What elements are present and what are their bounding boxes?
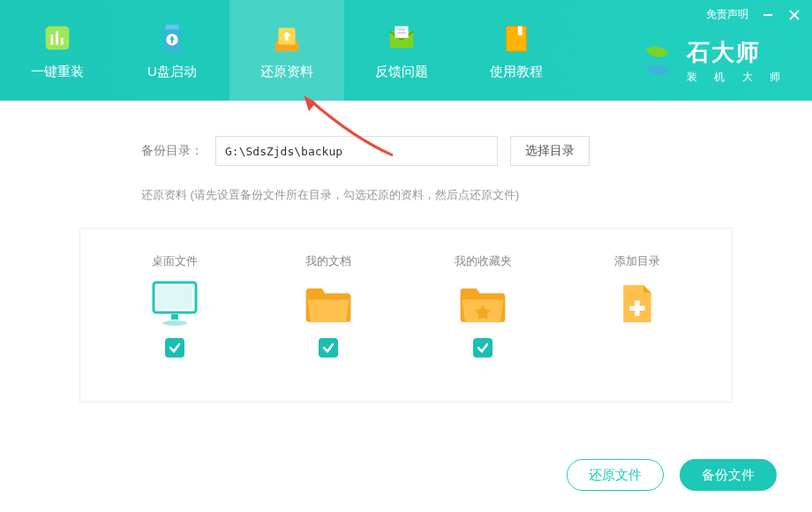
backup-button[interactable]: 备份文件	[680, 459, 777, 491]
envelope-icon	[385, 21, 418, 55]
bars-icon	[41, 21, 74, 55]
monitor-icon	[147, 282, 203, 326]
restore-icon	[270, 21, 304, 55]
close-icon[interactable]	[787, 8, 801, 22]
footer-buttons: 还原文件 备份文件	[567, 459, 777, 491]
item-desktop[interactable]: 桌面文件	[147, 253, 203, 358]
svg-rect-9	[395, 26, 408, 37]
svg-rect-3	[61, 38, 64, 45]
svg-rect-23	[629, 306, 645, 311]
hint-text: 还原资料 (请先设置备份文件所在目录，勾选还原的资料，然后点还原文件)	[141, 187, 759, 203]
brand: 石大师 装 机 大 师	[637, 37, 787, 85]
folder-icon	[300, 282, 357, 326]
tab-restore[interactable]: 还原资料	[229, 0, 344, 101]
usb-icon	[155, 21, 189, 55]
checkbox-checked-icon[interactable]	[473, 338, 492, 358]
svg-rect-10	[397, 28, 406, 30]
items-box: 桌面文件 我的文档 我的收藏夹	[79, 228, 733, 403]
restore-button[interactable]: 还原文件	[567, 459, 664, 491]
tab-usb-boot[interactable]: U盘启动	[115, 0, 229, 101]
svg-rect-2	[56, 31, 58, 44]
brand-subtitle: 装 机 大 师	[687, 70, 787, 85]
tab-tutorial[interactable]: 使用教程	[459, 0, 574, 101]
svg-rect-12	[507, 26, 527, 51]
item-label: 添加目录	[614, 253, 660, 269]
tab-reinstall[interactable]: 一键重装	[0, 0, 115, 101]
checkbox-checked-icon[interactable]	[319, 338, 338, 358]
book-icon	[500, 21, 533, 55]
brand-logo-icon	[637, 41, 678, 81]
tab-label: U盘启动	[147, 64, 197, 80]
header: 一键重装 U盘启动 还原资料 反馈问题 使用教程	[0, 0, 812, 101]
svg-rect-1	[50, 34, 53, 44]
item-label: 我的文档	[305, 253, 351, 269]
folder-star-icon	[455, 282, 511, 326]
tab-label: 使用教程	[490, 64, 543, 80]
item-label: 我的收藏夹	[455, 253, 512, 269]
svg-point-21	[162, 320, 187, 326]
checkbox-checked-icon[interactable]	[165, 338, 184, 358]
select-dir-button[interactable]: 选择目录	[510, 136, 590, 166]
item-add-dir[interactable]: 添加目录	[609, 253, 665, 358]
backup-label: 备份目录：	[141, 143, 203, 159]
disclaimer-link[interactable]: 免责声明	[706, 7, 748, 22]
tab-label: 还原资料	[260, 64, 313, 80]
tab-label: 反馈问题	[375, 64, 428, 80]
backup-path-input[interactable]	[215, 136, 498, 166]
content: 备份目录： 选择目录 还原资料 (请先设置备份文件所在目录，勾选还原的资料，然后…	[0, 101, 812, 420]
brand-title: 石大师	[687, 37, 787, 68]
svg-rect-11	[397, 32, 406, 34]
window-controls: 免责声明	[706, 7, 801, 22]
nav-tabs: 一键重装 U盘启动 还原资料 反馈问题 使用教程	[0, 0, 574, 101]
tab-label: 一键重装	[31, 64, 84, 80]
tab-feedback[interactable]: 反馈问题	[344, 0, 459, 101]
svg-rect-19	[157, 286, 192, 309]
svg-rect-4	[165, 24, 178, 29]
item-favorites[interactable]: 我的收藏夹	[455, 253, 512, 358]
svg-rect-14	[518, 26, 523, 34]
item-label: 桌面文件	[152, 253, 198, 269]
file-plus-icon	[609, 282, 665, 326]
minimize-icon[interactable]	[761, 8, 775, 22]
item-documents[interactable]: 我的文档	[300, 253, 357, 358]
svg-rect-20	[171, 314, 178, 320]
backup-row: 备份目录： 选择目录	[141, 136, 759, 166]
